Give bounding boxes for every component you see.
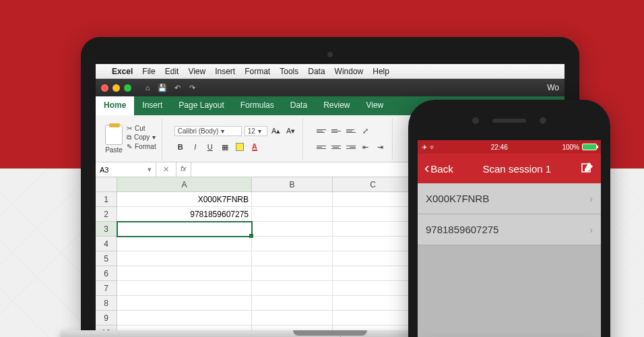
scan-list: X000K7FNRB › 9781859607275 › — [418, 183, 601, 245]
back-button[interactable]: ‹ Back — [424, 160, 453, 177]
tab-review[interactable]: Review — [315, 96, 358, 115]
row-header-10[interactable]: 10 — [96, 326, 117, 330]
indent-increase-button[interactable]: ⇥ — [375, 141, 387, 153]
col-header-b[interactable]: B — [252, 177, 333, 192]
menu-format[interactable]: Format — [245, 67, 270, 76]
cell-c7[interactable] — [333, 281, 414, 296]
underline-button[interactable]: U — [204, 141, 216, 153]
cell-c4[interactable] — [333, 237, 414, 251]
cell-b9[interactable] — [252, 311, 333, 326]
fill-color-button[interactable] — [234, 141, 246, 153]
align-center-button[interactable] — [330, 141, 342, 153]
cell-a10[interactable] — [117, 326, 252, 330]
tab-insert[interactable]: Insert — [134, 96, 170, 115]
cell-c5[interactable] — [333, 251, 414, 266]
cell-a9[interactable] — [117, 311, 252, 326]
menu-help[interactable]: Help — [373, 67, 389, 76]
cell-a1[interactable]: X000K7FNRB — [117, 192, 252, 207]
row-header-4[interactable]: 4 — [96, 237, 117, 251]
cell-c9[interactable] — [333, 311, 414, 326]
col-header-c[interactable]: C — [333, 177, 414, 192]
font-color-button[interactable]: A — [249, 141, 261, 153]
row-header-6[interactable]: 6 — [96, 266, 117, 281]
orientation-button[interactable]: ⤢ — [360, 125, 372, 137]
cell-b5[interactable] — [252, 251, 333, 266]
align-middle-button[interactable] — [330, 125, 342, 137]
cell-b7[interactable] — [252, 281, 333, 296]
font-size-select[interactable]: 12▾ — [245, 126, 267, 136]
cell-c1[interactable] — [333, 192, 414, 207]
compose-icon[interactable] — [581, 161, 594, 177]
cell-b10[interactable] — [252, 326, 333, 330]
row-header-3[interactable]: 3 — [96, 222, 117, 237]
align-bottom-button[interactable] — [345, 125, 357, 137]
select-all-corner[interactable] — [96, 177, 117, 192]
menu-file[interactable]: File — [142, 67, 155, 76]
cell-b4[interactable] — [252, 237, 333, 251]
cell-b3[interactable] — [252, 222, 333, 237]
clipboard-group: Paste ✂Cut ⧉Copy ▾ ✎Format — [100, 118, 162, 160]
font-name-select[interactable]: Calibri (Body)▾ — [174, 126, 242, 136]
cell-b6[interactable] — [252, 266, 333, 281]
cell-c10[interactable] — [333, 326, 414, 330]
row-header-1[interactable]: 1 — [96, 192, 117, 207]
redo-icon[interactable]: ↷ — [187, 82, 197, 93]
bold-button[interactable]: B — [174, 141, 187, 153]
insert-function-icon[interactable]: ✕ — [163, 165, 169, 174]
align-right-button[interactable] — [345, 141, 357, 153]
row-header-7[interactable]: 7 — [96, 281, 117, 296]
cut-button[interactable]: ✂Cut — [127, 125, 156, 132]
indent-decrease-button[interactable]: ⇤ — [360, 141, 372, 153]
cell-a5[interactable] — [117, 251, 252, 266]
maximize-icon[interactable] — [124, 84, 131, 92]
tab-page-layout[interactable]: Page Layout — [170, 96, 232, 115]
cell-a7[interactable] — [117, 281, 252, 296]
menu-insert[interactable]: Insert — [215, 67, 235, 76]
menu-edit[interactable]: Edit — [165, 67, 179, 76]
menu-data[interactable]: Data — [308, 67, 325, 76]
cell-c6[interactable] — [333, 266, 414, 281]
cell-a2[interactable]: 9781859607275 — [117, 207, 252, 222]
copy-button[interactable]: ⧉Copy ▾ — [127, 133, 156, 142]
tab-formulas[interactable]: Formulas — [232, 96, 282, 115]
cell-a3[interactable] — [117, 222, 252, 237]
cell-c2[interactable] — [333, 207, 414, 222]
cell-a4[interactable] — [117, 237, 252, 251]
tab-data[interactable]: Data — [282, 96, 315, 115]
align-left-button[interactable] — [315, 141, 327, 153]
menu-tools[interactable]: Tools — [280, 67, 298, 76]
italic-button[interactable]: I — [189, 141, 201, 153]
cell-b2[interactable] — [252, 207, 333, 222]
paste-icon[interactable] — [105, 125, 123, 145]
fx-label[interactable]: fx — [176, 162, 191, 177]
tab-home[interactable]: Home — [96, 96, 134, 115]
minimize-icon[interactable] — [112, 84, 120, 92]
cell-b8[interactable] — [252, 296, 333, 311]
menu-view[interactable]: View — [188, 67, 205, 76]
close-icon[interactable] — [101, 84, 108, 92]
tab-view[interactable]: View — [358, 96, 391, 115]
menu-window[interactable]: Window — [335, 67, 364, 76]
cell-c8[interactable] — [333, 296, 414, 311]
list-item[interactable]: 9781859607275 › — [418, 214, 601, 245]
row-header-8[interactable]: 8 — [96, 296, 117, 311]
menubar-app[interactable]: Excel — [112, 67, 133, 76]
home-icon[interactable]: ⌂ — [142, 82, 153, 93]
border-button[interactable]: ▦ — [219, 141, 231, 153]
save-icon[interactable]: 💾 — [157, 82, 168, 93]
row-header-2[interactable]: 2 — [96, 207, 117, 222]
cell-c3[interactable] — [333, 222, 414, 237]
col-header-a[interactable]: A — [117, 177, 252, 192]
align-top-button[interactable] — [315, 125, 327, 137]
list-item[interactable]: X000K7FNRB › — [418, 183, 601, 214]
shrink-font-button[interactable]: A▾ — [285, 125, 297, 137]
row-header-9[interactable]: 9 — [96, 311, 117, 326]
cell-a6[interactable] — [117, 266, 252, 281]
grow-font-button[interactable]: A▴ — [270, 125, 282, 137]
row-header-5[interactable]: 5 — [96, 251, 117, 266]
cell-b1[interactable] — [252, 192, 333, 207]
name-box[interactable]: A3▾ — [96, 162, 156, 177]
format-painter-button[interactable]: ✎Format — [127, 143, 156, 150]
cell-a8[interactable] — [117, 296, 252, 311]
undo-icon[interactable]: ↶ — [172, 82, 183, 93]
